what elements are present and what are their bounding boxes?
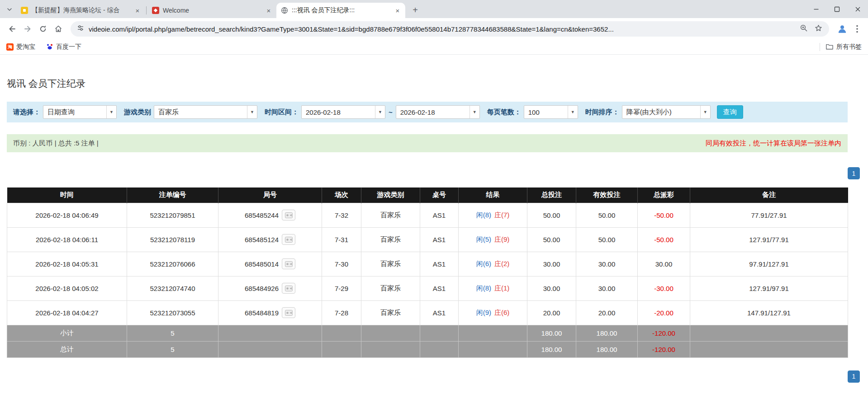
table-row: 2026-02-18 04:05:02523212074740685484926… xyxy=(7,276,848,300)
video-replay-icon[interactable] xyxy=(282,258,295,269)
pagination-page-1[interactable]: 1 xyxy=(848,370,860,383)
divider xyxy=(820,43,820,51)
cell-total-bet: 50.00 xyxy=(527,227,576,252)
result-player: 闲(9) xyxy=(476,309,491,316)
result-player: 闲(6) xyxy=(476,260,491,267)
url-bar[interactable]: videoie.com/ipl/portal.php/game/betrecor… xyxy=(71,21,829,37)
cell-bet-no: 523212078119 xyxy=(127,227,218,252)
date-to-select[interactable]: 2026-02-18 ▼ xyxy=(396,105,480,119)
round-no-text: 685485244 xyxy=(245,211,279,219)
new-tab-button[interactable]: + xyxy=(409,4,422,16)
date-from-select[interactable]: 2026-02-18 ▼ xyxy=(301,105,385,119)
tab-search-button[interactable] xyxy=(3,3,16,18)
column-header-bet-no: 注单编号 xyxy=(127,187,218,203)
close-icon[interactable]: × xyxy=(394,6,402,14)
pagination-bottom: 1 xyxy=(7,370,861,383)
refresh-button[interactable] xyxy=(35,21,51,37)
cell-result: 闲(5)庄(9) xyxy=(459,227,527,252)
table-row: 2026-02-18 04:06:49523212079851685485244… xyxy=(7,203,848,227)
browser-window: 【新提醒】海燕策略论坛 - 综合 × Welcome × :::视讯 会员下注纪… xyxy=(0,0,868,383)
result-player: 闲(8) xyxy=(476,284,491,292)
tab-forum[interactable]: 【新提醒】海燕策略论坛 - 综合 × xyxy=(16,3,145,18)
cell-game: 百家乐 xyxy=(361,227,420,252)
cell-table: AS1 xyxy=(420,227,459,252)
tab-bet-records[interactable]: :::视讯 会员下注纪录::: × xyxy=(276,3,405,18)
round-no-text: 685484926 xyxy=(245,285,279,292)
cell-valid-bet: 30.00 xyxy=(576,252,638,276)
select-value: 百家乐 xyxy=(154,108,183,117)
maximize-button[interactable] xyxy=(826,0,847,18)
taobao-icon: 淘 xyxy=(6,43,14,51)
round-no-text: 685485014 xyxy=(245,260,279,268)
sort-label: 时间排序： xyxy=(585,108,619,117)
chevron-down-icon: ▼ xyxy=(375,106,385,118)
cell-note: 97.91/127.91 xyxy=(690,252,848,276)
result-banker: 庄(9) xyxy=(494,235,509,243)
cell-round: 7-28 xyxy=(322,300,361,325)
bookmarks-bar: 淘 爱淘宝 百度一下 所有书签 xyxy=(0,40,868,55)
total-count: 5 xyxy=(127,341,218,357)
bookmark-label: 爱淘宝 xyxy=(16,43,35,51)
cell-payout: -50.00 xyxy=(638,203,690,227)
cell-total-bet: 50.00 xyxy=(527,203,576,227)
cell-note: 147.91/127.91 xyxy=(690,300,848,325)
minimize-button[interactable] xyxy=(806,0,826,18)
result-banker: 庄(7) xyxy=(494,211,509,219)
chevron-down-icon: ▼ xyxy=(700,106,710,118)
search-button[interactable]: 查询 xyxy=(717,105,743,119)
zoom-icon[interactable] xyxy=(800,24,808,34)
site-info-icon[interactable] xyxy=(77,24,84,33)
page-content: 视讯 会员下注纪录 请选择： 日期查询 ▼ 游戏类别 百家乐 ▼ 时间区间： 2… xyxy=(0,77,868,383)
column-header-game: 游戏类别 xyxy=(361,187,420,203)
pagination-page-1[interactable]: 1 xyxy=(848,167,860,179)
video-replay-icon[interactable] xyxy=(282,234,295,245)
summary-info: 币别 : 人民币 | 总共 :5 注单 | xyxy=(13,139,99,148)
sort-select[interactable]: 降幂(由大到小) ▼ xyxy=(622,105,711,119)
cell-table: AS1 xyxy=(420,203,459,227)
page-size-select[interactable]: 100 ▼ xyxy=(524,105,578,119)
subtotal-count: 5 xyxy=(127,325,218,341)
column-header-valid-bet: 有效投注 xyxy=(576,187,638,203)
cell-round-no: 685484819 xyxy=(218,300,322,325)
url-text[interactable]: videoie.com/ipl/portal.php/game/betrecor… xyxy=(89,25,795,33)
select-value: 日期查询 xyxy=(43,108,79,117)
range-separator: ~ xyxy=(389,108,393,116)
browser-menu-icon[interactable] xyxy=(851,21,863,37)
bookmark-baidu[interactable]: 百度一下 xyxy=(46,43,81,52)
cell-payout: -20.00 xyxy=(638,300,690,325)
game-type-select[interactable]: 百家乐 ▼ xyxy=(154,105,257,119)
cell-total-bet: 30.00 xyxy=(527,276,576,300)
summary-bar: 币别 : 人民币 | 总共 :5 注单 | 同局有效投注，统一计算在该局第一张注… xyxy=(7,134,848,152)
profile-avatar[interactable] xyxy=(835,22,849,36)
cell-time: 2026-02-18 04:04:27 xyxy=(7,300,127,325)
column-header-total-bet: 总投注 xyxy=(527,187,576,203)
forward-button[interactable] xyxy=(20,21,35,37)
cell-bet-no: 523212076066 xyxy=(127,252,218,276)
cell-valid-bet: 30.00 xyxy=(576,276,638,300)
close-icon[interactable]: × xyxy=(133,6,142,14)
result-player: 闲(5) xyxy=(476,235,491,243)
all-bookmarks[interactable]: 所有书签 xyxy=(820,43,862,52)
bookmark-star-icon[interactable] xyxy=(814,24,823,34)
home-button[interactable] xyxy=(51,21,66,37)
cell-round-no: 685484926 xyxy=(218,276,322,300)
chevron-down-icon xyxy=(6,6,13,14)
result-banker: 庄(6) xyxy=(494,309,509,316)
table-row: 2026-02-18 04:06:11523212078119685485124… xyxy=(7,227,848,252)
query-type-select[interactable]: 日期查询 ▼ xyxy=(43,105,117,119)
cell-round: 7-29 xyxy=(322,276,361,300)
tab-welcome[interactable]: Welcome × xyxy=(147,3,276,18)
bookmark-label: 百度一下 xyxy=(56,43,81,51)
tab-strip: 【新提醒】海燕策略论坛 - 综合 × Welcome × :::视讯 会员下注纪… xyxy=(0,0,868,18)
game-type-label: 游戏类别 xyxy=(124,108,151,117)
cell-payout: -30.00 xyxy=(638,276,690,300)
close-icon[interactable]: × xyxy=(265,6,273,14)
bookmark-taobao[interactable]: 淘 爱淘宝 xyxy=(6,43,35,51)
video-replay-icon[interactable] xyxy=(282,307,295,318)
select-value: 100 xyxy=(524,108,544,116)
back-button[interactable] xyxy=(5,21,20,37)
close-window-button[interactable] xyxy=(847,0,868,18)
cell-time: 2026-02-18 04:05:31 xyxy=(7,252,127,276)
video-replay-icon[interactable] xyxy=(282,210,295,220)
video-replay-icon[interactable] xyxy=(282,283,295,294)
